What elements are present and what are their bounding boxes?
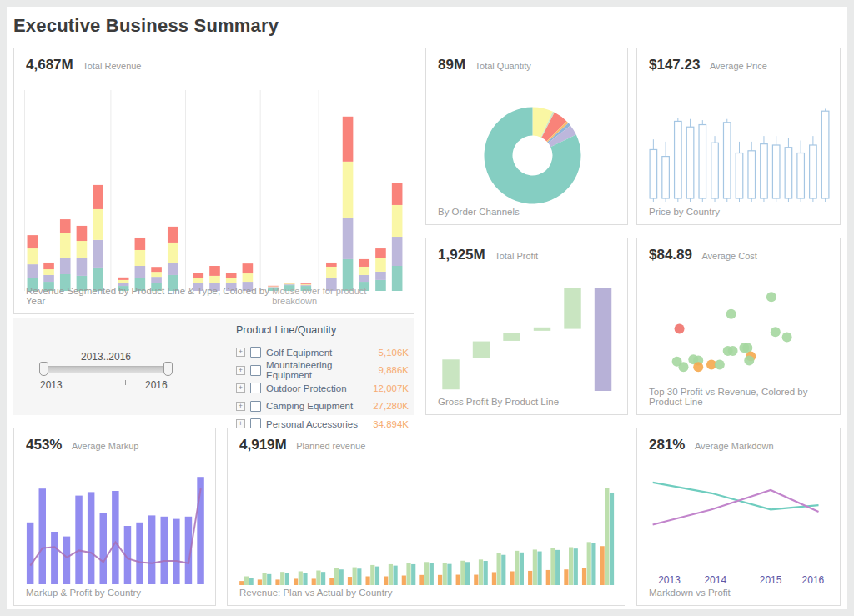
expand-icon[interactable]: + — [236, 402, 245, 411]
kpi-planned-revenue: 4,919M — [239, 437, 287, 453]
price-candlestick-chart[interactable] — [647, 83, 831, 206]
kpi-total-quantity: 89M — [438, 57, 465, 73]
cost-chart-caption: Top 30 Profit vs Revenue, Colored by Pro… — [649, 387, 830, 407]
panel-average-cost: $84.89 Average Cost Top 30 Profit vs Rev… — [636, 238, 841, 415]
legend-checkbox[interactable] — [250, 383, 261, 393]
kpi-label-average-markup: Average Markup — [72, 441, 139, 451]
year-range-slider[interactable]: 2013..2016 2013 2016 — [43, 351, 168, 391]
legend-value: 5,106K — [379, 348, 409, 358]
legend-label: Golf Equipment — [266, 348, 379, 358]
expand-icon[interactable]: + — [236, 348, 245, 357]
revenue-stacked-bar-chart[interactable] — [24, 90, 405, 291]
legend-row: +Outdoor Protection12,007K — [236, 379, 409, 398]
kpi-label-total-quantity: Total Quantity — [475, 61, 531, 71]
slider-tick — [125, 380, 126, 385]
legend-title: Product Line/Quantity — [236, 324, 409, 336]
revenue-chart-hint: Mouse over for product breakdown — [272, 286, 404, 306]
kpi-label-average-markdown: Average Markdown — [695, 441, 774, 451]
legend-row: +Golf Equipment5,106K — [236, 343, 409, 362]
kpi-average-price: $147.23 — [649, 57, 700, 73]
profit-chart-caption: Gross Profit By Product Line — [438, 397, 559, 407]
gross-profit-waterfall-chart[interactable] — [436, 273, 619, 396]
filter-area: 2013..2016 2013 2016 Product Line/Quanti… — [13, 318, 414, 415]
legend-checkbox[interactable] — [250, 401, 261, 412]
panel-planned-revenue: 4,919M Planned revenue Revenue: Plan vs … — [227, 428, 625, 606]
kpi-label-planned-revenue: Planned revenue — [296, 441, 365, 451]
svg-text:2014: 2014 — [704, 574, 726, 586]
kpi-label-total-revenue: Total Revenue — [83, 61, 141, 71]
kpi-total-profit: 1,925M — [438, 247, 485, 263]
legend-row: +Camping Equipment27,280K — [236, 398, 409, 416]
slider-min-label: 2013 — [40, 379, 63, 391]
markdown-profit-line-chart[interactable]: 2013201420152016 — [647, 462, 831, 597]
slider-range-label: 2013..2016 — [43, 351, 168, 363]
expand-icon[interactable]: + — [236, 366, 245, 375]
markdown-chart-caption: Markdown vs Profit — [649, 588, 731, 598]
legend-value: 12,007K — [373, 383, 409, 393]
order-channels-donut-chart[interactable] — [436, 83, 619, 206]
panel-total-quantity: 89M Total Quantity By Order Channels — [425, 48, 628, 225]
price-chart-caption: Price by Country — [649, 207, 720, 217]
legend-label: Outdoor Protection — [266, 383, 373, 393]
legend-checkbox[interactable] — [250, 347, 261, 358]
kpi-average-markup: 453% — [26, 437, 62, 453]
svg-text:2016: 2016 — [802, 574, 825, 586]
slider-axis: 2013 2016 — [43, 379, 168, 391]
slider-tick — [88, 380, 88, 385]
svg-text:2015: 2015 — [760, 574, 782, 586]
slider-max-label: 2016 — [145, 379, 168, 391]
legend-checkbox[interactable] — [250, 365, 261, 376]
product-line-legend: Product Line/Quantity +Golf Equipment5,1… — [236, 324, 409, 433]
slider-tick — [173, 380, 173, 385]
kpi-label-total-profit: Total Profit — [495, 251, 538, 261]
panel-average-markdown: 281% Average Markdown 2013201420152016 M… — [636, 428, 841, 606]
kpi-label-average-price: Average Price — [710, 61, 767, 71]
planned-chart-caption: Revenue: Plan vs Actual by Country — [239, 588, 392, 598]
revenue-chart-caption: Revenue Segmented by Product Line & Type… — [26, 286, 272, 306]
panel-total-revenue: 4,687M Total Revenue Revenue Segmented b… — [13, 48, 414, 314]
markup-profit-bar-line-chart[interactable] — [24, 462, 207, 591]
panel-average-price: $147.23 Average Price Price by Country — [636, 48, 841, 225]
plan-vs-actual-grouped-bar-chart[interactable] — [238, 463, 616, 588]
kpi-label-average-cost: Average Cost — [701, 251, 756, 261]
markup-chart-caption: Markup & Profit by Country — [26, 588, 141, 598]
legend-value: 27,280K — [373, 401, 409, 411]
slider-handle-min[interactable] — [39, 362, 48, 376]
panel-total-profit: 1,925M Total Profit Gross Profit By Prod… — [425, 238, 628, 415]
legend-label: Camping Equipment — [266, 401, 373, 411]
kpi-average-cost: $84.89 — [649, 247, 692, 263]
panel-average-markup: 453% Average Markup Markup & Profit by C… — [13, 428, 216, 606]
legend-value: 9,886K — [379, 365, 409, 375]
dashboard-canvas: Executive Business Summary 4,687M Total … — [7, 7, 847, 609]
kpi-total-revenue: 4,687M — [26, 57, 73, 73]
profit-revenue-scatter-chart[interactable] — [647, 273, 831, 396]
page-title: Executive Business Summary — [13, 15, 279, 37]
quantity-chart-caption: By Order Channels — [438, 207, 520, 217]
svg-text:2013: 2013 — [658, 574, 681, 586]
slider-handle-max[interactable] — [163, 362, 173, 376]
expand-icon[interactable]: + — [236, 383, 245, 393]
kpi-average-markdown: 281% — [649, 437, 685, 453]
legend-label: Mountaineering Equipment — [266, 360, 379, 380]
slider-track[interactable] — [43, 366, 168, 373]
legend-row: +Mountaineering Equipment9,886K — [236, 362, 409, 380]
